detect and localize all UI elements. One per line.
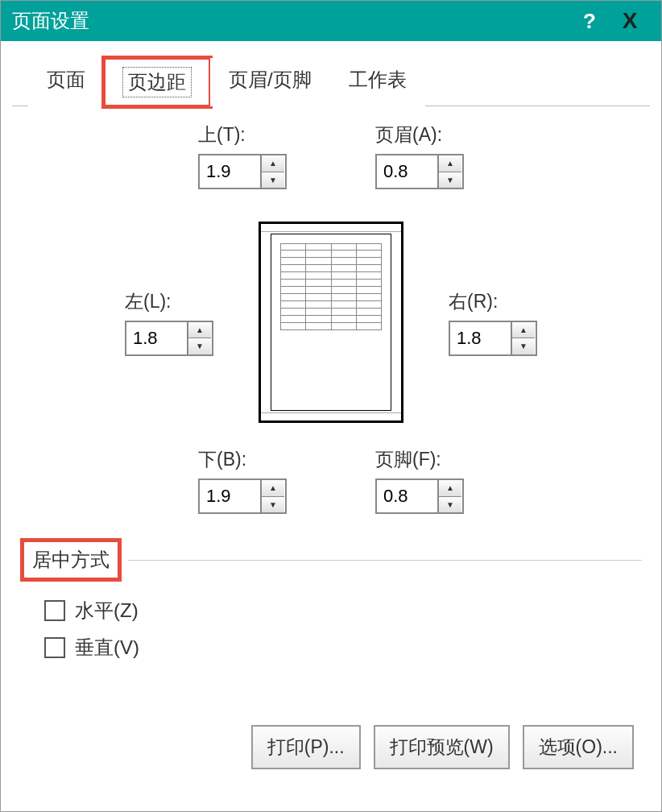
titlebar: 页面设置 ? X [1,1,661,41]
margin-header-spinner-buttons: ▲ ▼ [437,155,461,188]
margin-bottom-group: 下(B): ▲ ▼ [198,447,287,514]
margin-top-down-icon[interactable]: ▼ [262,172,284,188]
margin-left-label: 左(L): [125,289,172,314]
margin-bottom-up-icon[interactable]: ▲ [262,480,284,497]
margin-right-input[interactable] [450,322,511,354]
bottom-margins-row: 下(B): ▲ ▼ 页脚(F): ▲ [20,447,642,514]
margin-footer-spinner-buttons: ▲ ▼ [437,480,461,512]
tab-margins[interactable]: 页边距 [104,58,210,106]
margin-left-spinner-buttons: ▲ ▼ [187,322,211,354]
preview-footer-line [261,412,401,420]
margin-header-up-icon[interactable]: ▲ [439,155,461,172]
margin-bottom-label: 下(B): [198,447,246,472]
center-section: 居中方式 水平(Z) 垂直(V) [20,538,642,661]
top-margins-row: 上(T): ▲ ▼ 页眉(A): ▲ [20,122,642,189]
margin-left-input[interactable] [126,322,187,354]
margin-left-group: 左(L): ▲ ▼ [125,289,213,356]
page-preview [259,222,403,423]
margin-header-spinner[interactable]: ▲ ▼ [375,154,464,189]
margin-top-label: 上(T): [198,122,246,147]
center-section-title: 居中方式 [20,538,122,582]
margin-right-group: 右(R): ▲ ▼ [449,289,537,356]
margin-top-input[interactable] [200,155,260,188]
tab-header-footer[interactable]: 页眉/页脚 [210,58,330,106]
margin-top-spinner-buttons: ▲ ▼ [260,155,284,188]
vertical-checkbox-row[interactable]: 垂直(V) [44,635,642,661]
margin-footer-label: 页脚(F): [375,447,441,472]
vertical-checkbox[interactable] [44,637,65,658]
window-title: 页面设置 [12,8,569,34]
options-button[interactable]: 选项(O)... [523,725,634,769]
close-button[interactable]: X [610,8,650,34]
margin-right-spinner[interactable]: ▲ ▼ [449,321,537,356]
margin-left-spinner[interactable]: ▲ ▼ [125,321,213,356]
margin-right-spinner-buttons: ▲ ▼ [511,322,535,354]
page-setup-dialog: 页面设置 ? X 页面 页边距 页眉/页脚 工作表 上(T): ▲ ▼ [0,0,662,812]
margin-bottom-spinner[interactable]: ▲ ▼ [198,478,287,514]
print-preview-button[interactable]: 打印预览(W) [374,725,510,769]
margin-right-up-icon[interactable]: ▲ [512,322,535,339]
center-section-header: 居中方式 [20,538,642,582]
margin-right-label: 右(R): [449,289,498,314]
margin-footer-up-icon[interactable]: ▲ [439,480,461,497]
margin-top-up-icon[interactable]: ▲ [262,155,284,172]
tab-bar: 页面 页边距 页眉/页脚 工作表 [12,57,650,106]
margin-bottom-down-icon[interactable]: ▼ [262,497,284,513]
margins-panel: 上(T): ▲ ▼ 页眉(A): ▲ [12,106,650,785]
horizontal-checkbox-row[interactable]: 水平(Z) [44,598,642,624]
horizontal-checkbox-label: 水平(Z) [75,598,139,624]
help-button[interactable]: ? [569,9,610,34]
margin-footer-input[interactable] [377,480,437,512]
horizontal-checkbox[interactable] [44,600,65,621]
preview-content-grid [280,243,382,340]
middle-row: 左(L): ▲ ▼ [20,222,642,423]
tab-sheet[interactable]: 工作表 [330,58,425,106]
margin-bottom-input[interactable] [200,480,260,512]
preview-header-line [261,224,401,232]
section-divider [128,560,642,561]
margin-left-down-icon[interactable]: ▼ [188,338,211,354]
footer-buttons: 打印(P)... 打印预览(W) 选项(O)... [20,709,642,769]
margin-footer-group: 页脚(F): ▲ ▼ [375,447,464,514]
margin-header-group: 页眉(A): ▲ ▼ [375,122,464,189]
margin-footer-spinner[interactable]: ▲ ▼ [375,478,464,514]
margin-bottom-spinner-buttons: ▲ ▼ [260,480,284,512]
tab-margins-label: 页边距 [122,67,192,97]
margin-top-spinner[interactable]: ▲ ▼ [198,154,287,189]
margin-top-group: 上(T): ▲ ▼ [198,122,287,189]
margin-header-input[interactable] [377,155,437,188]
margin-header-down-icon[interactable]: ▼ [439,172,461,188]
margin-left-up-icon[interactable]: ▲ [188,322,211,339]
tab-page[interactable]: 页面 [28,58,104,106]
margin-header-label: 页眉(A): [375,122,442,147]
margin-footer-down-icon[interactable]: ▼ [439,497,461,513]
vertical-checkbox-label: 垂直(V) [75,635,139,661]
print-button[interactable]: 打印(P)... [251,725,361,769]
dialog-content: 页面 页边距 页眉/页脚 工作表 上(T): ▲ ▼ [1,41,661,785]
margin-right-down-icon[interactable]: ▼ [512,338,535,354]
